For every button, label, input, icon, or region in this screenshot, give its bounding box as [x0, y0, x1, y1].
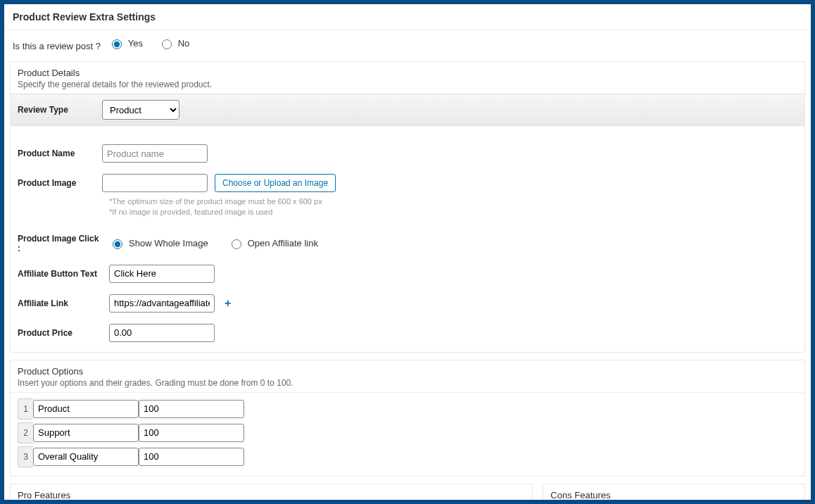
option-row: 1: [11, 397, 804, 421]
show-whole-image-radio[interactable]: [113, 239, 122, 249]
product-options-heading: Product Options: [18, 366, 797, 377]
option-name-input[interactable]: [33, 424, 139, 442]
affiliate-link-input[interactable]: [109, 294, 215, 313]
product-details-heading: Product Details: [18, 68, 797, 78]
option-value-input[interactable]: [139, 424, 244, 442]
product-name-input[interactable]: [102, 144, 208, 163]
pro-heading: Pro Features: [18, 490, 525, 500]
pro-features-card: Pro Features Insert product's pro featur…: [10, 484, 533, 504]
option-value-input[interactable]: [139, 448, 244, 466]
review-type-bar: Review Type Product: [11, 94, 804, 126]
open-affiliate-radio[interactable]: [232, 239, 241, 249]
product-details-card: Product Details Specify the general deta…: [10, 61, 805, 353]
page-title: Product Review Extra Settings: [4, 4, 811, 30]
option-value-input[interactable]: [139, 400, 244, 418]
product-details-sub: Specify the general details for the revi…: [18, 80, 797, 89]
cons-features-card: Cons Features Insert product's cons feat…: [543, 484, 805, 504]
is-review-no-radio[interactable]: [162, 39, 172, 49]
affiliate-btn-text-label: Affiliate Button Text: [18, 269, 102, 279]
is-review-yes-radio[interactable]: [112, 39, 122, 49]
affiliate-link-label: Affiliate Link: [18, 298, 102, 308]
is-review-no-label: No: [178, 38, 190, 49]
cons-heading: Cons Features: [550, 490, 797, 500]
option-name-input[interactable]: [33, 448, 139, 466]
option-row: 3: [11, 445, 804, 469]
option-number: 1: [18, 398, 33, 420]
option-row: 2: [11, 421, 804, 445]
option-number: 2: [18, 422, 33, 443]
is-review-yes-label: Yes: [128, 38, 143, 49]
review-type-select[interactable]: Product: [102, 100, 179, 120]
product-image-input[interactable]: [102, 174, 208, 192]
image-click-label: Product Image Click :: [18, 234, 102, 253]
product-options-sub: Insert your options and their grades. Gr…: [18, 378, 797, 388]
add-affiliate-link-icon[interactable]: +: [222, 297, 234, 310]
product-price-input[interactable]: [109, 324, 215, 342]
image-hint-2: *If no image is provided, featured image…: [102, 207, 804, 222]
upload-image-button[interactable]: Choose or Upload an Image: [215, 174, 336, 192]
is-review-post-label: Is this a review post ?: [13, 41, 101, 51]
show-whole-image-label: Show Whole Image: [129, 238, 208, 248]
product-options-card: Product Options Insert your options and …: [10, 360, 805, 477]
product-image-label: Product Image: [18, 178, 95, 188]
option-name-input[interactable]: [33, 400, 139, 418]
product-name-label: Product Name: [18, 149, 95, 158]
open-affiliate-label: Open Affiliate link: [248, 238, 318, 248]
review-type-label: Review Type: [18, 105, 95, 115]
affiliate-btn-text-input[interactable]: [109, 265, 215, 283]
is-review-post-row: Is this a review post ? Yes No: [4, 30, 811, 58]
settings-panel: Product Review Extra Settings Is this a …: [0, 0, 815, 504]
option-number: 3: [18, 446, 33, 467]
product-price-label: Product Price: [18, 328, 102, 338]
